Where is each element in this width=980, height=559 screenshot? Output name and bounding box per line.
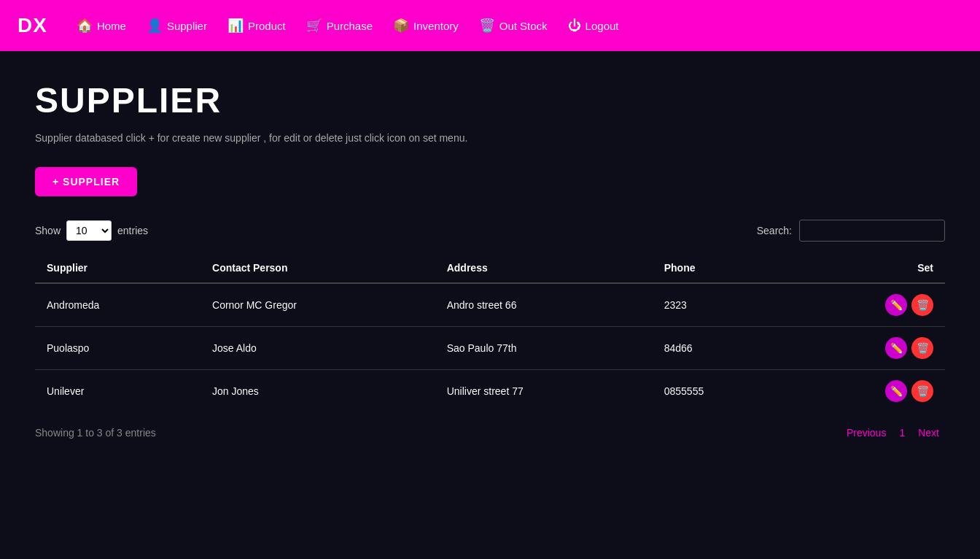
nav-label: Inventory: [413, 20, 459, 32]
inventory-icon: 📦: [393, 18, 409, 34]
nav-item-out-stock[interactable]: 🗑️Out Stock: [470, 12, 556, 39]
th-address: Address: [435, 253, 653, 283]
page-title: SUPPLIER: [35, 80, 945, 120]
nav-items: 🏠Home👤Supplier📊Product🛒Purchase📦Inventor…: [68, 12, 628, 39]
cell-contact: Cornor MC Gregor: [201, 283, 435, 327]
logout-icon: ⏻: [568, 18, 581, 34]
nav-item-inventory[interactable]: 📦Inventory: [384, 12, 467, 39]
cell-address: Sao Paulo 77th: [435, 327, 653, 370]
home-icon: 🏠: [77, 18, 93, 34]
show-label-suffix: entries: [117, 225, 148, 236]
cell-set: ✏️ 🗑️: [790, 370, 945, 413]
delete-button[interactable]: 🗑️: [911, 380, 933, 402]
brand-logo: DX: [18, 14, 47, 37]
main-content: SUPPLIER Supplier databased click + for …: [0, 51, 980, 471]
cell-address: Uniliver street 77: [435, 370, 653, 413]
pagination-prev[interactable]: Previous: [841, 424, 892, 442]
nav-item-purchase[interactable]: 🛒Purchase: [298, 12, 381, 39]
pagination-page[interactable]: 1: [893, 424, 911, 442]
nav-label: Supplier: [167, 20, 207, 32]
table-row: UnileverJon JonesUniliver street 7708555…: [35, 370, 945, 413]
showing-text: Showing 1 to 3 of 3 entries: [35, 427, 156, 439]
pagination: Previous 1 Next: [841, 424, 945, 442]
nav-label: Logout: [586, 20, 619, 32]
add-supplier-button[interactable]: + SUPPLIER: [35, 167, 137, 196]
navbar: DX 🏠Home👤Supplier📊Product🛒Purchase📦Inven…: [0, 0, 980, 51]
table-header: SupplierContact PersonAddressPhoneSet: [35, 253, 945, 283]
entries-select[interactable]: 10 25 50 100: [66, 220, 112, 241]
cell-set: ✏️ 🗑️: [790, 327, 945, 370]
supplier-table: SupplierContact PersonAddressPhoneSet An…: [35, 253, 945, 412]
cell-set: ✏️ 🗑️: [790, 283, 945, 327]
purchase-icon: 🛒: [306, 18, 322, 34]
th-phone: Phone: [653, 253, 790, 283]
product-icon: 📊: [228, 18, 244, 34]
cell-contact: Jon Jones: [201, 370, 435, 413]
out-stock-icon: 🗑️: [479, 18, 495, 34]
th-supplier: Supplier: [35, 253, 201, 283]
delete-button[interactable]: 🗑️: [911, 337, 933, 359]
table-footer: Showing 1 to 3 of 3 entries Previous 1 N…: [35, 424, 945, 442]
cell-contact: Jose Aldo: [201, 327, 435, 370]
show-label-prefix: Show: [35, 225, 61, 236]
cell-phone: 2323: [653, 283, 790, 327]
search-input[interactable]: [799, 220, 945, 242]
supplier-icon: 👤: [147, 18, 163, 34]
nav-item-supplier[interactable]: 👤Supplier: [138, 12, 216, 39]
table-body: AndromedaCornor MC GregorAndro street 66…: [35, 283, 945, 412]
th-set: Set: [790, 253, 945, 283]
nav-label: Purchase: [327, 20, 373, 32]
nav-item-product[interactable]: 📊Product: [219, 12, 295, 39]
table-row: PuolaspoJose AldoSao Paulo 77th84d66 ✏️ …: [35, 327, 945, 370]
cell-supplier: Unilever: [35, 370, 201, 413]
table-header-row: SupplierContact PersonAddressPhoneSet: [35, 253, 945, 283]
table-row: AndromedaCornor MC GregorAndro street 66…: [35, 283, 945, 327]
nav-label: Product: [248, 20, 286, 32]
cell-phone: 84d66: [653, 327, 790, 370]
delete-button[interactable]: 🗑️: [911, 294, 933, 316]
cell-supplier: Puolaspo: [35, 327, 201, 370]
th-contact-person: Contact Person: [201, 253, 435, 283]
pagination-next[interactable]: Next: [912, 424, 945, 442]
page-description: Supplier databased click + for create ne…: [35, 132, 945, 144]
nav-label: Out Stock: [499, 20, 548, 32]
nav-label: Home: [97, 20, 126, 32]
show-entries-control: Show 10 25 50 100 entries: [35, 220, 148, 241]
search-label: Search:: [757, 225, 792, 236]
edit-button[interactable]: ✏️: [885, 337, 907, 359]
cell-address: Andro street 66: [435, 283, 653, 327]
nav-item-home[interactable]: 🏠Home: [68, 12, 135, 39]
search-control: Search:: [757, 220, 945, 242]
cell-phone: 0855555: [653, 370, 790, 413]
cell-supplier: Andromeda: [35, 283, 201, 327]
edit-button[interactable]: ✏️: [885, 294, 907, 316]
nav-item-logout[interactable]: ⏻Logout: [559, 12, 628, 39]
edit-button[interactable]: ✏️: [885, 380, 907, 402]
table-controls: Show 10 25 50 100 entries Search:: [35, 220, 945, 242]
